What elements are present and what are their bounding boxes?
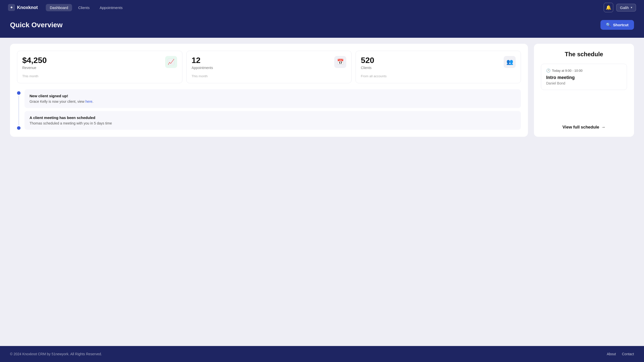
app-logo: ✦ Knoxknot [8, 4, 38, 11]
activity-items: New client signed up! Grace Kelly is now… [25, 89, 521, 130]
revenue-label: Revenue [22, 66, 47, 70]
bell-icon: 🔔 [606, 5, 611, 10]
page-header: Quick Overview 🔍 Shortcut [0, 15, 644, 38]
view-full-schedule-link[interactable]: View full schedule → [541, 121, 627, 130]
right-panel: The schedule 🕐 Today at 9:00 - 10:00 Int… [534, 44, 634, 137]
footer-links: About Contact [607, 352, 634, 356]
timeline-line [19, 96, 19, 125]
dashboard-grid: $4,250 Revenue 📈 This month 12 Appointme… [10, 44, 634, 137]
revenue-card: $4,250 Revenue 📈 This month [17, 51, 182, 83]
activity-item-2: A client meeting has been scheduled Thom… [25, 111, 521, 130]
activity-desc-prefix: Grace Kelly is now your client, view [30, 100, 85, 104]
app-name: Knoxknot [17, 5, 38, 10]
left-panel: $4,250 Revenue 📈 This month 12 Appointme… [10, 44, 528, 137]
arrow-icon: → [601, 125, 605, 130]
view-full-schedule-label: View full schedule [562, 125, 599, 130]
schedule-time: 🕐 Today at 9:00 - 10:00 [546, 68, 622, 72]
revenue-card-top: $4,250 Revenue 📈 [22, 56, 177, 70]
appointments-label: Appointments [192, 66, 213, 70]
logo-icon: ✦ [8, 4, 15, 11]
nav-appointments[interactable]: Appointments [96, 4, 127, 11]
footer: © 2024 Knoxknot CRM by 51newyork. All Ri… [0, 346, 644, 362]
appointments-card: 12 Appointments 📅 This month [186, 51, 352, 83]
footer-copyright: © 2024 Knoxknot CRM by 51newyork. All Ri… [10, 352, 102, 356]
footer-contact[interactable]: Contact [622, 352, 634, 356]
revenue-value: $4,250 [22, 56, 47, 65]
appointments-period: This month [192, 74, 347, 78]
nav-clients[interactable]: Clients [74, 4, 94, 11]
activity-title-2: A client meeting has been scheduled [30, 116, 516, 120]
footer-about[interactable]: About [607, 352, 616, 356]
clients-label: Clients [361, 66, 374, 70]
clients-card: 520 Clients 👥 From all accounts [356, 51, 521, 83]
schedule-time-text: Today at 9:00 - 10:00 [552, 69, 582, 72]
user-menu[interactable]: Galih ▾ [616, 4, 636, 12]
schedule-title: The schedule [541, 51, 627, 58]
activity-feed: New client signed up! Grace Kelly is now… [17, 89, 521, 130]
timeline-dot-2 [17, 126, 21, 130]
clients-icon: 👥 [504, 56, 516, 68]
appointments-value: 12 [192, 56, 213, 65]
activity-item-1: New client signed up! Grace Kelly is now… [25, 89, 521, 108]
revenue-period: This month [22, 74, 177, 78]
timeline-dot-1 [17, 91, 21, 95]
notification-bell[interactable]: 🔔 [604, 3, 613, 12]
user-name: Galih [620, 6, 629, 10]
clients-value: 520 [361, 56, 374, 65]
nav-right: 🔔 Galih ▾ [604, 3, 636, 12]
clients-period: From all accounts [361, 74, 516, 78]
appointments-icon: 📅 [334, 56, 346, 68]
shortcut-button[interactable]: 🔍 Shortcut [600, 20, 634, 30]
schedule-event-title: Intro meeting [546, 75, 622, 80]
activity-link-1[interactable]: here [85, 100, 92, 104]
chevron-down-icon: ▾ [631, 6, 632, 9]
activity-timeline [17, 89, 21, 130]
nav-links: Dashboard Clients Appointments [46, 4, 596, 11]
main-content: $4,250 Revenue 📈 This month 12 Appointme… [0, 38, 644, 346]
nav-dashboard[interactable]: Dashboard [46, 4, 72, 11]
schedule-event: 🕐 Today at 9:00 - 10:00 Intro meeting Da… [541, 64, 627, 90]
revenue-icon: 📈 [165, 56, 177, 68]
clock-icon: 🕐 [546, 68, 550, 72]
shortcut-label: Shortcut [613, 23, 628, 27]
page-title: Quick Overview [10, 21, 63, 29]
activity-desc-2: Thomas scheduled a meeting with you in 5… [30, 121, 516, 125]
search-icon: 🔍 [606, 22, 611, 27]
activity-title-1: New client signed up! [30, 94, 516, 98]
stat-cards: $4,250 Revenue 📈 This month 12 Appointme… [17, 51, 521, 83]
navbar: ✦ Knoxknot Dashboard Clients Appointment… [0, 0, 644, 15]
schedule-event-person: Daniel Bond [546, 81, 622, 85]
activity-desc-1: Grace Kelly is now your client, view her… [30, 100, 516, 104]
